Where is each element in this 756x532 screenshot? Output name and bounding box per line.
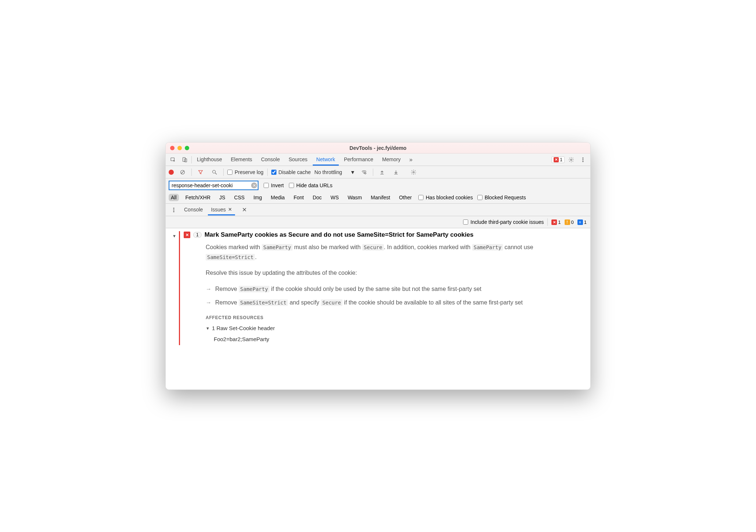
tab-performance[interactable]: Performance [340, 154, 377, 166]
tab-sources[interactable]: Sources [285, 154, 311, 166]
throttling-select[interactable]: No throttling ▼ [315, 169, 355, 175]
affected-resource-value: Foo2=bar2;SameParty [214, 333, 585, 346]
filter-all[interactable]: All [169, 194, 179, 201]
download-har-icon[interactable] [391, 167, 401, 177]
tab-memory[interactable]: Memory [378, 154, 404, 166]
svg-point-15 [173, 211, 174, 212]
svg-point-13 [173, 208, 174, 208]
window-title: DevTools - jec.fyi/demo [166, 145, 590, 151]
svg-point-3 [570, 159, 572, 160]
issues-options: Include third-party cookie issues ✕1 !0 … [166, 216, 590, 228]
svg-line-8 [181, 171, 184, 174]
svg-point-9 [213, 170, 216, 173]
issue-resolve-intro: Resolve this issue by updating the attri… [206, 268, 585, 278]
has-blocked-cookies-checkbox[interactable]: Has blocked cookies [418, 195, 473, 200]
inspect-element-icon[interactable] [168, 155, 178, 165]
tab-lighthouse[interactable]: Lighthouse [193, 154, 226, 166]
arrow-icon: → [206, 284, 212, 294]
issue-title: Mark SameParty cookies as Secure and do … [205, 231, 474, 239]
drawer-kebab-icon[interactable] [169, 205, 179, 215]
kebab-menu-icon[interactable] [578, 155, 588, 165]
info-count[interactable]: ≡1 [577, 219, 587, 225]
titlebar: DevTools - jec.fyi/demo [166, 143, 590, 154]
svg-point-4 [583, 158, 583, 158]
filter-js[interactable]: JS [217, 194, 227, 201]
issues-scroll[interactable]: ▼ ✕ 1 Mark SameParty cookies as Secure a… [169, 228, 590, 389]
request-type-filters: All Fetch/XHR JS CSS Img Media Font Doc … [166, 192, 590, 204]
close-icon[interactable]: ✕ [228, 207, 232, 212]
resolution-step: → Remove SameParty if the cookie should … [206, 284, 585, 294]
drawer-tab-bar: Console Issues ✕ ✕ [166, 204, 590, 216]
svg-point-12 [413, 171, 414, 173]
close-drawer-icon[interactable]: ✕ [239, 205, 250, 215]
warning-count[interactable]: !0 [565, 219, 574, 225]
filter-css[interactable]: CSS [232, 194, 247, 201]
issue-header[interactable]: ✕ 1 Mark SameParty cookies as Secure and… [184, 231, 585, 239]
tab-network[interactable]: Network [313, 154, 339, 166]
devtools-window: DevTools - jec.fyi/demo Lighthouse Eleme… [165, 142, 591, 390]
clear-icon[interactable] [177, 167, 188, 177]
record-button[interactable] [169, 170, 174, 175]
issue-body: Cookies marked with SameParty must also … [206, 242, 585, 345]
filter-wasm[interactable]: Wasm [345, 194, 364, 201]
issue-description: Cookies marked with SameParty must also … [206, 242, 585, 262]
svg-line-10 [215, 173, 217, 174]
clear-filter-icon[interactable]: ✕ [251, 182, 257, 188]
tab-elements[interactable]: Elements [227, 154, 256, 166]
more-tabs-icon[interactable]: » [406, 155, 416, 165]
search-icon[interactable] [209, 167, 220, 177]
drawer-tab-console[interactable]: Console [181, 204, 206, 215]
svg-point-14 [173, 209, 174, 210]
arrow-icon: → [206, 298, 212, 307]
affected-resource-toggle[interactable]: ▼ 1 Raw Set-Cookie header [206, 324, 585, 333]
device-toolbar-icon[interactable] [180, 155, 190, 165]
filter-row: ✕ Invert Hide data URLs [166, 178, 590, 192]
network-toolbar: Preserve log Disable cache No throttling… [166, 166, 590, 178]
issues-panel: ▼ ✕ 1 Mark SameParty cookies as Secure a… [166, 228, 590, 389]
hide-data-urls-checkbox[interactable]: Hide data URLs [289, 182, 333, 188]
include-thirdparty-checkbox[interactable]: Include third-party cookie issues [463, 219, 544, 225]
filter-icon[interactable] [195, 167, 206, 177]
network-conditions-icon[interactable] [359, 167, 369, 177]
filter-other[interactable]: Other [397, 194, 414, 201]
filter-fetch-xhr[interactable]: Fetch/XHR [183, 194, 213, 201]
collapse-icon[interactable]: ▼ [172, 234, 176, 238]
filter-img[interactable]: Img [251, 194, 264, 201]
svg-point-6 [583, 161, 583, 162]
filter-media[interactable]: Media [269, 194, 287, 201]
preserve-log-checkbox[interactable]: Preserve log [227, 169, 264, 175]
drawer-tab-issues[interactable]: Issues ✕ [208, 204, 235, 215]
invert-checkbox[interactable]: Invert [264, 182, 284, 188]
filter-font[interactable]: Font [291, 194, 306, 201]
collapse-icon: ▼ [206, 325, 210, 332]
svg-point-5 [583, 159, 583, 160]
resolution-step: → Remove SameSite=Strict and specify Sec… [206, 298, 585, 307]
filter-doc[interactable]: Doc [311, 194, 324, 201]
filter-manifest[interactable]: Manifest [368, 194, 392, 201]
settings-icon[interactable] [566, 155, 576, 165]
affected-resources-label: AFFECTED RESOURCES [206, 314, 585, 321]
upload-har-icon[interactable] [377, 167, 387, 177]
error-counter[interactable]: ✕1 [551, 156, 565, 163]
blocked-requests-checkbox[interactable]: Blocked Requests [477, 195, 526, 200]
issue-count-pill: 1 [193, 232, 202, 238]
filter-input[interactable] [169, 181, 258, 190]
tab-console[interactable]: Console [257, 154, 283, 166]
filter-ws[interactable]: WS [329, 194, 341, 201]
network-settings-icon[interactable] [408, 167, 419, 177]
error-icon: ✕ [184, 232, 190, 238]
chevron-down-icon: ▼ [350, 169, 355, 175]
disable-cache-checkbox[interactable]: Disable cache [271, 169, 311, 175]
main-tab-bar: Lighthouse Elements Console Sources Netw… [166, 154, 590, 166]
error-count[interactable]: ✕1 [551, 219, 561, 225]
